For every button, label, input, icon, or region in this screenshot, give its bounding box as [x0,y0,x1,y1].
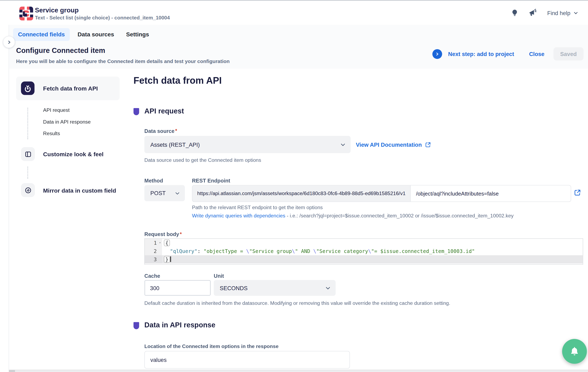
sidebar-step-label: Fetch data from API [43,77,98,100]
webhook-icon [21,81,34,95]
chevron-right-icon [7,40,11,45]
sidebar-substep-api-request[interactable]: API request [43,107,70,113]
page-subtitle: Text - Select list (single choice) - con… [35,15,170,21]
tab-connected-fields[interactable]: Connected fields [13,28,70,41]
rest-endpoint-field: https://api.atlassian.com/jsm/assets/wor… [192,185,571,202]
request-body-code-editor[interactable]: 1▾ { 2 "qlQuery": "objectType = \"Servic… [144,238,583,264]
method-label: Method [144,177,163,184]
dynamic-queries-example: - i.e.: /search?jql=project=$issue.conne… [285,213,514,219]
sidebar-substep-results[interactable]: Results [43,131,60,136]
lightbulb-icon[interactable] [511,9,519,17]
external-link-icon [425,142,431,148]
sidebar-step-customize-look-feel[interactable]: Customize look & feel [43,151,104,158]
scrollbar-thumb[interactable] [9,370,15,372]
unit-select[interactable]: SECONDS [214,280,336,296]
next-step-link[interactable]: Next step: add to project [448,51,514,57]
layout-panel-icon [21,147,35,161]
location-label: Location of the Connected item options i… [144,343,279,349]
configure-title: Configure Connected item [16,46,105,55]
cache-help: Default cache duration is inherited from… [144,300,450,306]
data-source-select[interactable]: Assets (REST_API) [144,136,351,153]
code-line: 2 "qlQuery": "objectType = \"Service gro… [145,247,583,255]
cache-input[interactable] [144,280,210,296]
unit-value: SECONDS [214,285,325,291]
chevron-down-icon [573,10,578,15]
section-bullet-icon [134,108,139,115]
main-heading: Fetch data from API [134,75,222,86]
view-api-documentation-link[interactable]: View API Documentation [356,142,431,148]
page-band: Connected fields Data sources Settings C… [9,25,588,69]
section-title-api-request: API request [144,107,184,115]
sidebar-substep-data-in-api-response[interactable]: Data in API response [43,119,91,125]
method-value: POST [144,190,175,196]
location-input[interactable] [144,351,350,369]
code-line-active: 3 } [145,255,583,263]
find-help-label: Find help [547,10,570,16]
section-title-data-in-api-response: Data in API response [144,321,215,329]
required-asterisk: * [180,231,182,237]
data-source-help: Data source used to get the Connected it… [144,157,261,163]
elements-connect-logo-icon [18,5,34,22]
code-line: 1▾ { [145,239,583,247]
external-link-icon [574,189,581,196]
app-header: Service group Text - Select list (single… [0,1,588,25]
section-bullet-icon [134,322,139,329]
method-select[interactable]: POST [144,185,185,201]
saved-button[interactable]: Saved [553,47,583,61]
rest-endpoint-label: REST Endpoint [192,177,230,184]
horizontal-scrollbar[interactable] [9,370,588,372]
configure-subtitle: Here you will be able to configure the C… [16,58,230,64]
step-connector-dotted [27,108,28,139]
app-window: Service group Text - Select list (single… [0,0,588,372]
close-button[interactable]: Close [529,51,545,57]
tab-data-sources[interactable]: Data sources [74,28,118,41]
sidebar-step-mirror-data[interactable]: Mirror data in custom field [43,187,116,194]
endpoint-help-2: Write dynamic queries with dependencies … [192,213,514,219]
endpoint-base-url: https://api.atlassian.com/jsm/assets/wor… [192,185,410,201]
endpoint-path-input[interactable] [410,185,571,201]
request-body-label: Request body* [144,231,182,237]
fold-caret-icon[interactable]: ▾ [159,239,161,247]
next-step-circle-button[interactable] [432,49,442,59]
megaphone-icon[interactable] [528,8,538,17]
tab-settings[interactable]: Settings [122,28,153,41]
chevron-right-icon [435,52,440,56]
open-endpoint-external-link[interactable] [574,189,581,196]
step-connector-dotted [27,167,28,179]
line-number: 3 [145,255,162,263]
chevron-down-icon [175,191,180,196]
unit-label: Unit [214,273,224,279]
chevron-down-icon [325,285,331,291]
dynamic-queries-link[interactable]: Write dynamic queries with dependencies [192,213,285,219]
chevron-down-icon [340,142,346,147]
line-number: 2 [145,247,162,255]
mirror-icon [21,183,35,197]
cache-label: Cache [144,273,160,279]
data-source-label: Data source* [144,128,177,134]
find-help-menu[interactable]: Find help [547,10,578,16]
bell-icon [569,346,580,357]
page-title: Service group [35,6,170,14]
collapsed-left-rail [0,25,9,372]
tab-bar: Connected fields Data sources Settings [13,28,153,41]
data-source-value: Assets (REST_API) [144,141,340,148]
endpoint-help: Path to the relevant REST endpoint to ge… [192,205,323,210]
sidebar-step-fetch-data[interactable]: Fetch data from API [16,77,120,100]
app-logo [18,5,34,22]
expand-panel-button[interactable] [3,36,15,48]
notifications-fab[interactable] [562,339,587,364]
line-number: 1▾ [145,239,162,247]
required-asterisk: * [175,128,177,133]
